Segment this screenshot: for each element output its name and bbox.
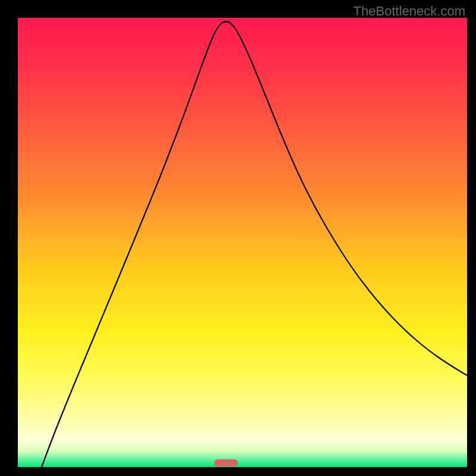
operating-point-marker — [214, 459, 238, 466]
watermark-text: TheBottleneck.com — [353, 4, 465, 19]
plot-area — [18, 18, 467, 467]
curve-layer — [18, 18, 467, 467]
bottleneck-curve — [42, 21, 467, 467]
